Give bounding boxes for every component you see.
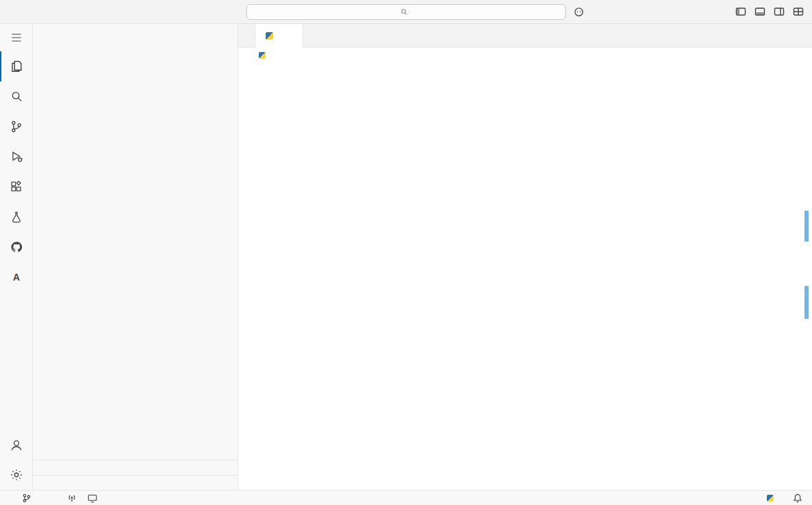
status-right: [719, 491, 812, 505]
connect-button[interactable]: [84, 491, 104, 505]
outline-section[interactable]: [33, 460, 238, 475]
cursor-position[interactable]: [719, 491, 727, 505]
explorer-sidebar: [33, 24, 238, 490]
github-button[interactable]: [0, 232, 32, 262]
code-editor[interactable]: [238, 63, 812, 490]
azure-button[interactable]: A: [0, 262, 32, 292]
gear-icon: [9, 467, 24, 482]
svg-text:A: A: [13, 272, 20, 283]
activity-bar-spacer: [0, 292, 32, 430]
activity-bar: A: [0, 24, 33, 490]
copilot-icon: [574, 7, 584, 17]
github-icon: [9, 239, 24, 255]
ports-antenna-icon: [67, 493, 77, 503]
branch-indicator[interactable]: [18, 491, 38, 505]
problems-indicator[interactable]: [47, 491, 63, 505]
notifications-button[interactable]: [789, 491, 807, 505]
keyboard-layout-indicator[interactable]: [781, 491, 789, 505]
tab-bar: [238, 24, 812, 48]
overview-ruler[interactable]: [796, 63, 812, 490]
git-branch-icon: [22, 493, 31, 503]
python-icon: [767, 495, 774, 502]
annotation-red-edge: [283, 285, 284, 409]
eol-indicator[interactable]: [744, 491, 752, 505]
language-indicator[interactable]: [752, 491, 763, 505]
menu-button[interactable]: [0, 24, 32, 51]
run-debug-button[interactable]: [0, 142, 32, 172]
explorer-button[interactable]: [0, 51, 32, 81]
python-file-icon: [266, 32, 273, 40]
modified-region-marker: [804, 286, 809, 319]
command-center-search[interactable]: [246, 4, 566, 20]
status-bar: [0, 490, 812, 505]
scm-badge: [18, 129, 29, 139]
toggle-sidebar-icon[interactable]: [735, 6, 746, 17]
search-icon: [399, 8, 408, 16]
accounts-button[interactable]: [0, 430, 32, 460]
breadcrumb: [238, 48, 812, 63]
screen-icon: [88, 493, 97, 503]
search-button[interactable]: [0, 81, 32, 112]
title-bar: [0, 0, 812, 24]
annotation-red-edge: [283, 161, 284, 273]
search-icon: [9, 89, 24, 104]
tab-production-py[interactable]: [255, 24, 303, 48]
file-tree: [33, 63, 238, 460]
toggle-secondary-sidebar-icon[interactable]: [774, 6, 785, 17]
files-icon: [9, 59, 24, 74]
timeline-section[interactable]: [33, 475, 238, 490]
editor-actions: [773, 24, 812, 47]
vscode-window: A: [0, 0, 812, 505]
python-file-icon: [259, 52, 266, 59]
bell-icon: [793, 493, 802, 503]
azure-icon: A: [9, 270, 24, 285]
run-button[interactable]: [773, 35, 774, 36]
sidebar-sections: [33, 460, 238, 490]
debug-icon: [9, 149, 24, 164]
sync-button[interactable]: [38, 491, 47, 505]
customize-layout-icon[interactable]: [793, 6, 804, 17]
minimap-change-marker: [736, 115, 737, 129]
beaker-icon: [9, 209, 24, 224]
modified-region-marker: [804, 211, 809, 242]
explorer-header: [33, 24, 238, 48]
settings-button[interactable]: [0, 460, 32, 490]
minimap[interactable]: [736, 63, 796, 490]
toggle-panel-icon[interactable]: [754, 6, 765, 17]
tab-readme-preview[interactable]: [238, 24, 255, 48]
indentation-indicator[interactable]: [727, 491, 735, 505]
workbench: A: [0, 24, 812, 490]
minimap-change-marker: [736, 101, 737, 114]
testing-button[interactable]: [0, 202, 32, 232]
tree-root-folder[interactable]: [33, 48, 238, 63]
encoding-indicator[interactable]: [735, 491, 744, 505]
ports-indicator[interactable]: [63, 491, 84, 505]
copilot-menu[interactable]: [574, 7, 586, 17]
editor-group: [238, 24, 812, 490]
hamburger-icon: [10, 31, 23, 44]
source-control-button[interactable]: [0, 112, 32, 142]
python-version-indicator[interactable]: [763, 491, 781, 505]
remote-indicator[interactable]: [0, 491, 18, 505]
extensions-icon: [9, 179, 24, 194]
layout-controls: [735, 6, 804, 17]
account-icon: [9, 437, 24, 452]
extensions-button[interactable]: [0, 172, 32, 202]
